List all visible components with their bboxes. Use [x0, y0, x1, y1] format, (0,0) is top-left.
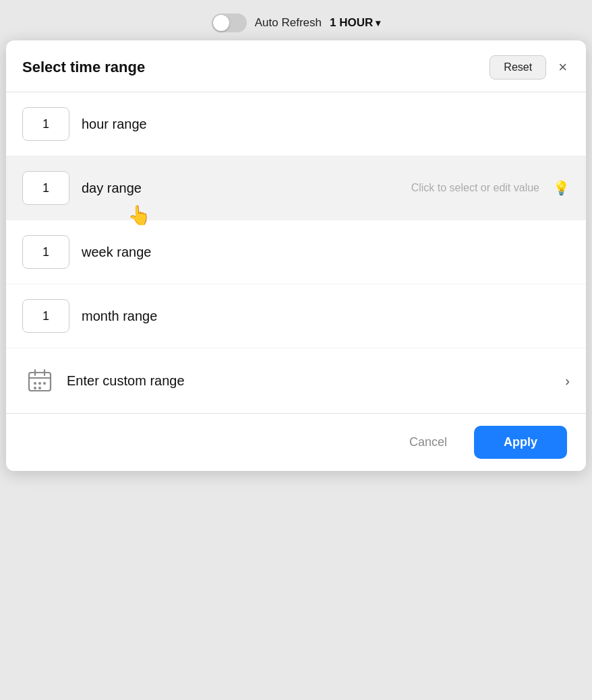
hour-range-input[interactable] — [22, 107, 69, 141]
day-range-label: day range — [82, 181, 142, 196]
svg-point-7 — [34, 387, 36, 389]
week-range-label: week range — [82, 245, 151, 260]
modal-header: Select time range Reset × — [6, 40, 586, 92]
time-range-modal: Select time range Reset × hour range day… — [6, 40, 586, 471]
svg-point-8 — [38, 387, 41, 389]
hour-range-row[interactable]: hour range — [6, 92, 586, 156]
chevron-right-icon: › — [565, 373, 570, 389]
toggle-knob — [213, 15, 229, 31]
day-range-input[interactable] — [22, 171, 69, 205]
month-range-label: month range — [82, 309, 157, 324]
reset-button[interactable]: Reset — [490, 55, 546, 79]
custom-range-label: Enter custom range — [67, 373, 185, 389]
hour-label: 1 HOUR — [330, 16, 373, 30]
lightbulb-icon: 💡 — [553, 180, 570, 196]
hour-dropdown[interactable]: 1 HOUR ▾ — [330, 16, 380, 30]
month-range-input[interactable] — [22, 299, 69, 333]
svg-point-5 — [38, 382, 41, 385]
modal-footer: Cancel Apply — [6, 413, 586, 471]
chevron-down-icon: ▾ — [376, 18, 380, 28]
header-actions: Reset × — [490, 55, 570, 79]
apply-button[interactable]: Apply — [474, 426, 567, 459]
week-range-row[interactable]: week range — [6, 220, 586, 284]
cancel-button[interactable]: Cancel — [396, 428, 461, 456]
auto-refresh-toggle[interactable] — [212, 13, 247, 32]
hour-range-label: hour range — [82, 117, 147, 132]
modal-title: Select time range — [22, 59, 145, 76]
toggle-switch[interactable] — [212, 13, 247, 32]
custom-range-row[interactable]: Enter custom range › — [6, 348, 586, 413]
month-range-row[interactable]: month range — [6, 284, 586, 348]
week-range-input[interactable] — [22, 235, 69, 269]
auto-refresh-label: Auto Refresh — [255, 16, 322, 30]
day-range-row[interactable]: day range Click to select or edit value … — [6, 156, 586, 220]
day-range-hint: Click to select or edit value — [411, 182, 539, 194]
top-bar: Auto Refresh 1 HOUR ▾ — [212, 13, 380, 32]
close-button[interactable]: × — [556, 56, 570, 79]
calendar-icon — [22, 363, 57, 398]
svg-point-6 — [43, 382, 46, 385]
svg-point-4 — [34, 382, 36, 385]
modal-body: hour range day range Click to select or … — [6, 92, 586, 413]
